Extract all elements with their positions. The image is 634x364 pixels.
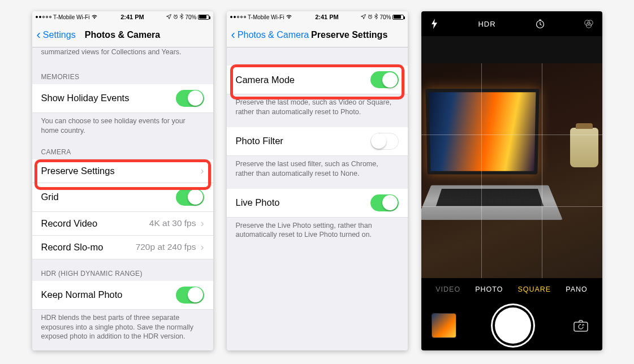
camera-top-bar: HDR [421,11,602,36]
status-bar: T-Mobile Wi-Fi 2:41 PM 70% [227,11,408,23]
settings-photos-camera-screen: T-Mobile Wi-Fi 2:41 PM 70% ‹ Settings Ph… [32,11,213,350]
camera-bottom-bar [421,301,602,350]
chevron-left-icon: ‹ [37,29,41,41]
row-label: Preserve Settings [41,166,115,176]
section-header-camera: CAMERA [32,138,213,159]
row-label: Keep Normal Photo [41,289,123,300]
alarm-icon [173,14,178,20]
row-label: Camera Mode [236,75,295,85]
shutter-button[interactable] [495,307,531,344]
back-label: Photos & Camera [238,30,309,40]
carrier-label: T-Mobile Wi-Fi [53,14,89,20]
camera-mode-selector[interactable]: VIDEO PHOTO SQUARE PANO [421,278,602,301]
grid-overlay [421,63,602,278]
toggle-live-photo[interactable] [370,194,399,211]
row-label: Photo Filter [236,136,283,146]
settings-list[interactable]: Camera Mode Preserve the last mode, such… [227,47,408,350]
camera-viewfinder[interactable] [421,36,602,278]
wifi-icon [91,14,98,20]
battery-pct: 70% [379,14,391,20]
mode-square[interactable]: SQUARE [517,285,551,293]
row-grid[interactable]: Grid [32,183,213,212]
preserve-settings-screen: T-Mobile Wi-Fi 2:41 PM 70% ‹ Photos & Ca… [227,11,408,350]
row-label: Record Video [41,218,98,229]
section-header-hdr: HDR (HIGH DYNAMIC RANGE) [32,259,213,281]
row-photo-filter[interactable]: Photo Filter [227,127,408,156]
back-label: Settings [43,30,76,40]
row-label: Record Slo-mo [41,242,103,253]
toggle-camera-mode[interactable] [370,71,399,88]
hdr-button[interactable]: HDR [478,20,495,28]
status-time: 2:41 PM [120,14,144,20]
section-footer-live-photo: Preserve the Live Photo setting, rather … [227,218,408,242]
signal-dots-icon [230,16,247,19]
bluetooth-icon [374,14,378,20]
chevron-right-icon: › [201,218,204,229]
page-title: Photos & Camera [85,30,160,40]
back-button[interactable]: ‹ Settings [32,29,76,41]
row-value: 4K at 30 fps [149,218,196,228]
battery-icon [393,15,404,20]
toggle-show-holiday[interactable] [176,90,204,107]
row-label: Live Photo [236,197,280,208]
wifi-icon [286,14,292,20]
section-header-memories: MEMORIES [32,63,213,84]
row-show-holiday-events[interactable]: Show Holiday Events [32,84,213,113]
location-icon [166,14,171,20]
battery-icon [198,15,209,20]
section-footer-memories: You can choose to see holiday events for… [32,113,213,138]
nav-bar: ‹ Photos & Camera Preserve Settings [227,23,408,47]
chevron-left-icon: ‹ [231,29,235,41]
row-record-slomo[interactable]: Record Slo-mo 720p at 240 fps› [32,236,213,259]
bluetooth-icon [180,14,183,20]
row-label: Grid [41,192,59,202]
mode-pano[interactable]: PANO [566,285,588,293]
chevron-right-icon: › [201,165,204,177]
chevron-right-icon: › [201,241,204,253]
section-footer-photo-filter: Preserve the last used filter, such as C… [227,156,408,181]
row-record-video[interactable]: Record Video 4K at 30 fps› [32,212,213,236]
row-live-photo[interactable]: Live Photo [227,189,408,218]
signal-dots-icon [36,16,52,19]
carrier-label: T-Mobile Wi-Fi [248,14,284,20]
last-photo-thumbnail[interactable] [432,313,456,338]
row-value: 720p at 240 fps [136,242,196,252]
location-icon [361,14,366,20]
section-footer-hdr: HDR blends the best parts of three separ… [32,310,213,344]
flash-icon[interactable] [429,19,439,29]
truncated-section-footer: summarized views for Collections and Yea… [32,47,213,63]
flip-camera-button[interactable] [570,314,592,337]
settings-list[interactable]: summarized views for Collections and Yea… [32,47,213,350]
status-time: 2:41 PM [315,14,339,20]
row-camera-mode[interactable]: Camera Mode [227,66,408,94]
battery-pct: 70% [185,14,196,20]
timer-icon[interactable] [535,19,545,29]
status-bar: T-Mobile Wi-Fi 2:41 PM 70% [32,11,213,23]
row-preserve-settings[interactable]: Preserve Settings › [32,159,213,183]
page-title: Preserve Settings [311,30,387,40]
toggle-photo-filter[interactable] [370,133,399,150]
toggle-grid[interactable] [176,189,204,206]
mode-photo[interactable]: PHOTO [475,285,503,293]
back-button[interactable]: ‹ Photos & Camera [227,29,309,41]
row-label: Show Holiday Events [41,93,130,103]
row-keep-normal-photo[interactable]: Keep Normal Photo [32,281,213,310]
toggle-keep-normal[interactable] [176,287,204,304]
section-footer-camera-mode: Preserve the last mode, such as Video or… [227,94,408,119]
nav-bar: ‹ Settings Photos & Camera [32,23,213,47]
mode-video[interactable]: VIDEO [435,285,460,293]
svg-rect-6 [574,322,588,331]
camera-app-screen: HDR VIDEO PHOTO SQUARE PANO [421,11,602,350]
alarm-icon [368,14,373,20]
filters-icon[interactable] [584,19,594,29]
